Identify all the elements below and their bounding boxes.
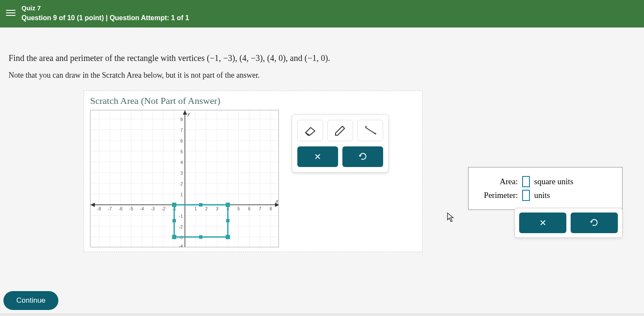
svg-text:4: 4 xyxy=(180,160,183,165)
svg-text:8: 8 xyxy=(269,207,272,211)
svg-rect-63 xyxy=(172,203,176,207)
pencil-icon xyxy=(333,125,348,136)
svg-rect-68 xyxy=(199,235,203,239)
vertex-4: (−1, 0) xyxy=(305,53,328,63)
svg-text:+: + xyxy=(374,131,377,136)
tool-panel: ++ ✕ xyxy=(292,114,389,173)
svg-marker-75 xyxy=(590,221,593,223)
eraser-button[interactable] xyxy=(297,120,323,141)
svg-text:3: 3 xyxy=(216,207,218,211)
pencil-button[interactable] xyxy=(327,120,353,141)
svg-text:-8: -8 xyxy=(97,207,101,211)
vertex-2: (4, −3) xyxy=(239,53,263,63)
continue-button[interactable]: Continue xyxy=(3,291,58,310)
svg-rect-65 xyxy=(226,235,230,239)
svg-text:1: 1 xyxy=(194,207,197,211)
scratch-area: Scratch Area (Not Part of Answer) xyxy=(84,91,423,252)
perimeter-label: Perimeter: xyxy=(477,191,518,200)
header-text: Quiz 7 Question 9 of 10 (1 point) | Ques… xyxy=(21,3,189,22)
prompt-post: . xyxy=(328,53,330,63)
line-icon: ++ xyxy=(363,125,378,136)
svg-text:y: y xyxy=(187,111,190,116)
svg-text:-6: -6 xyxy=(119,207,123,211)
svg-text:5: 5 xyxy=(180,149,183,154)
prompt-pre: Find the area and perimeter of the recta… xyxy=(9,53,207,63)
svg-rect-69 xyxy=(172,219,176,222)
x-icon: ✕ xyxy=(314,152,321,162)
svg-text:7: 7 xyxy=(259,207,261,211)
svg-text:1: 1 xyxy=(180,192,183,197)
svg-text:-2: -2 xyxy=(179,225,183,229)
svg-text:+: + xyxy=(365,125,367,129)
svg-text:-7: -7 xyxy=(108,207,112,211)
svg-rect-70 xyxy=(226,219,230,222)
content-area: Find the area and perimeter of the recta… xyxy=(0,27,644,313)
line-button[interactable]: ++ xyxy=(357,120,383,141)
reset-icon xyxy=(590,218,599,228)
svg-text:6: 6 xyxy=(248,207,251,211)
svg-rect-67 xyxy=(199,203,203,207)
eraser-icon xyxy=(303,125,317,136)
perimeter-unit: units xyxy=(534,191,550,200)
quiz-title: Quiz 7 xyxy=(21,4,189,12)
answer-actions: ✕ xyxy=(514,208,623,238)
svg-text:-5: -5 xyxy=(130,207,133,211)
svg-text:-1: -1 xyxy=(179,214,183,219)
menu-icon[interactable] xyxy=(0,3,21,22)
cursor-icon xyxy=(447,212,455,222)
svg-rect-66 xyxy=(172,235,176,239)
area-input[interactable] xyxy=(522,176,530,187)
svg-text:-4: -4 xyxy=(179,244,183,247)
svg-text:3: 3 xyxy=(180,171,183,176)
area-label: Area: xyxy=(477,177,518,186)
vertex-3: (4, 0) xyxy=(267,53,286,63)
svg-marker-31 xyxy=(183,110,187,115)
question-note: Note that you can draw in the Scratch Ar… xyxy=(9,71,635,80)
reset-button[interactable] xyxy=(342,146,383,167)
svg-rect-64 xyxy=(226,203,230,207)
question-info: Question 9 of 10 (1 point) | Question At… xyxy=(21,14,189,22)
perimeter-input[interactable] xyxy=(522,190,530,201)
svg-text:-4: -4 xyxy=(140,207,144,211)
svg-marker-74 xyxy=(359,155,362,157)
svg-text:5: 5 xyxy=(237,207,240,211)
svg-text:2: 2 xyxy=(205,207,208,211)
vertex-1: (−1, −3) xyxy=(207,53,235,63)
reset-icon xyxy=(358,152,368,161)
svg-text:-3: -3 xyxy=(151,207,155,211)
svg-text:2: 2 xyxy=(180,182,183,186)
answer-clear-button[interactable]: ✕ xyxy=(519,213,566,233)
svg-marker-30 xyxy=(91,203,95,207)
svg-text:6: 6 xyxy=(180,139,183,143)
svg-rect-62 xyxy=(174,205,228,237)
coordinate-graph[interactable]: x y -8-7-6 -5-4-3 -2-1 123 456 78 876 5 xyxy=(90,110,279,247)
x-icon: ✕ xyxy=(539,218,547,228)
scratch-title: Scratch Area (Not Part of Answer) xyxy=(90,95,416,106)
svg-text:7: 7 xyxy=(180,128,183,133)
header-bar: Quiz 7 Question 9 of 10 (1 point) | Ques… xyxy=(0,0,644,27)
area-unit: square units xyxy=(534,177,573,186)
clear-button[interactable]: ✕ xyxy=(297,146,338,167)
answer-box: Area: square units Perimeter: units xyxy=(468,167,623,210)
question-prompt: Find the area and perimeter of the recta… xyxy=(9,53,635,63)
svg-text:8: 8 xyxy=(180,117,183,122)
svg-text:x: x xyxy=(275,198,278,204)
svg-text:-2: -2 xyxy=(162,207,166,211)
answer-reset-button[interactable] xyxy=(571,213,618,233)
